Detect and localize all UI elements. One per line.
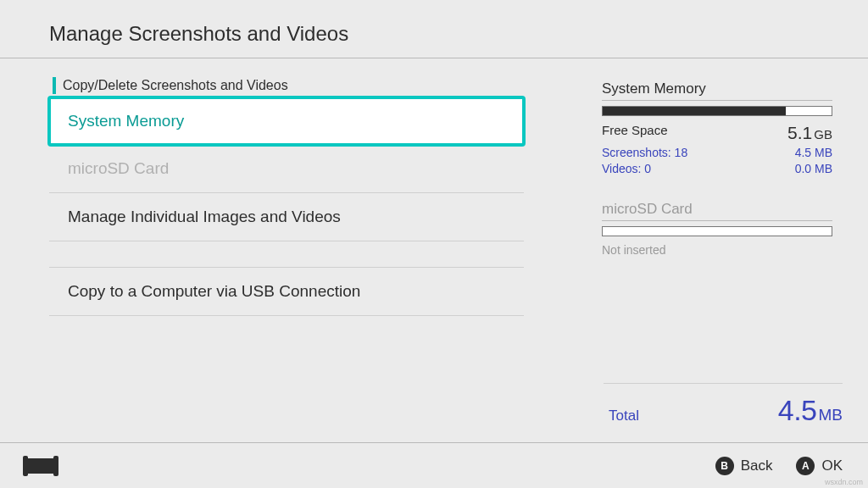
section-heading: Copy/Delete Screenshots and Videos — [49, 77, 524, 94]
footer: B Back A OK — [0, 442, 868, 488]
menu-list: System Memory microSD Card Manage Indivi… — [49, 97, 524, 316]
total-label: Total — [604, 408, 639, 424]
page-header: Manage Screenshots and Videos — [0, 0, 868, 58]
ok-button[interactable]: A OK — [796, 457, 843, 475]
microsd-status: Not inserted — [602, 243, 832, 257]
ok-label: OK — [821, 458, 843, 474]
watermark: wsxdn.com — [825, 478, 863, 486]
system-memory-block: System Memory Free Space 5.1GB Screensho… — [602, 80, 832, 175]
videos-row[interactable]: Videos: 0 0.0 MB — [602, 162, 832, 175]
total-value: 4.5MB — [778, 394, 843, 427]
microsd-block: microSD Card Not inserted — [602, 201, 832, 257]
menu-item-manage-individual[interactable]: Manage Individual Images and Videos — [49, 193, 524, 241]
back-label: Back — [741, 458, 773, 474]
microsd-title: microSD Card — [602, 201, 832, 221]
screenshots-label: Screenshots: 18 — [602, 146, 687, 159]
controller-icon[interactable] — [25, 458, 56, 474]
free-space-row: Free Space 5.1GB — [602, 123, 832, 143]
a-button-icon: A — [796, 457, 815, 475]
system-memory-bar — [602, 106, 832, 116]
total-row: Total 4.5MB — [604, 383, 843, 427]
b-button-icon: B — [715, 457, 734, 475]
screenshots-size: 4.5 MB — [795, 146, 832, 159]
main-content: Copy/Delete Screenshots and Videos Syste… — [0, 58, 868, 423]
system-memory-title: System Memory — [602, 80, 832, 101]
system-memory-bar-fill — [603, 107, 786, 115]
videos-label: Videos: 0 — [602, 162, 651, 175]
back-button[interactable]: B Back — [715, 457, 773, 475]
screenshots-row[interactable]: Screenshots: 18 4.5 MB — [602, 146, 832, 159]
videos-size: 0.0 MB — [795, 162, 832, 175]
menu-item-system-memory[interactable]: System Memory — [49, 97, 524, 145]
storage-column: System Memory Free Space 5.1GB Screensho… — [602, 77, 832, 423]
page-title: Manage Screenshots and Videos — [49, 22, 868, 46]
menu-column: Copy/Delete Screenshots and Videos Syste… — [49, 77, 524, 423]
microsd-bar — [602, 226, 832, 236]
menu-item-microsd[interactable]: microSD Card — [49, 145, 524, 193]
free-space-value: 5.1GB — [787, 123, 832, 143]
menu-item-copy-usb[interactable]: Copy to a Computer via USB Connection — [49, 267, 524, 316]
section-heading-label: Copy/Delete Screenshots and Videos — [63, 78, 288, 93]
free-space-label: Free Space — [602, 123, 668, 143]
